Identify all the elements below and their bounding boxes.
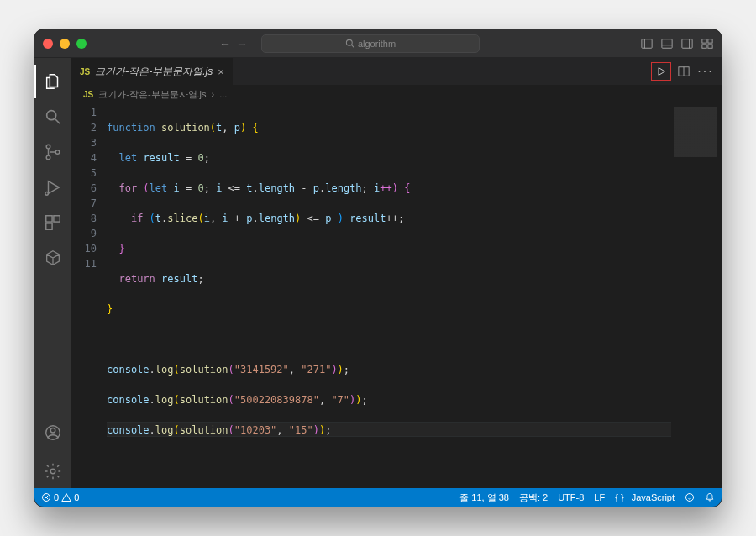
svg-point-23 <box>50 428 55 434</box>
nav-arrows: ← → <box>219 37 248 50</box>
minimize-window-button[interactable] <box>60 39 70 49</box>
nav-forward-button[interactable]: → <box>236 37 248 50</box>
workbench-body: JS 크기가-작은-부분문자열.js × ··· J <box>34 58 722 488</box>
search-activity[interactable] <box>34 100 71 134</box>
layout-customize-icon[interactable] <box>701 38 713 50</box>
command-center-search[interactable]: algorithm <box>261 34 480 53</box>
more-actions-button[interactable]: ··· <box>696 62 715 81</box>
js-file-icon: JS <box>80 67 90 76</box>
minimap[interactable] <box>671 103 722 488</box>
debug-activity[interactable] <box>34 171 71 204</box>
accounts-activity[interactable] <box>34 416 71 449</box>
remote-activity[interactable] <box>34 241 71 275</box>
close-window-button[interactable] <box>43 39 53 49</box>
svg-point-24 <box>50 469 55 474</box>
svg-point-12 <box>46 111 55 120</box>
status-encoding[interactable]: UTF-8 <box>558 492 584 502</box>
search-icon <box>44 108 62 126</box>
code-content[interactable]: function solution(t, p) { let result = 0… <box>107 103 671 488</box>
status-problems[interactable]: 0 0 <box>41 492 79 502</box>
svg-marker-31 <box>62 494 71 502</box>
status-language[interactable]: { } JavaScript <box>615 492 675 502</box>
source-control-icon <box>44 143 62 161</box>
svg-point-0 <box>346 39 352 45</box>
svg-point-16 <box>55 150 60 155</box>
error-icon <box>41 492 51 502</box>
svg-rect-20 <box>53 216 59 222</box>
run-code-button[interactable] <box>651 62 671 81</box>
svg-rect-11 <box>708 44 712 47</box>
editor-main: JS 크기가-작은-부분문자열.js × ··· J <box>71 58 722 488</box>
status-indent[interactable]: 공백: 2 <box>519 491 548 504</box>
window-controls <box>43 39 87 49</box>
svg-line-13 <box>55 119 60 124</box>
line-gutter: 1 2 3 4 5 6 7 8 9 10 11 <box>71 103 107 488</box>
editor-tabs: JS 크기가-작은-부분문자열.js × ··· <box>71 58 722 85</box>
svg-rect-8 <box>702 39 706 42</box>
ellipsis-icon: ··· <box>697 64 713 79</box>
play-icon <box>656 66 666 76</box>
svg-rect-2 <box>642 39 652 48</box>
status-bell[interactable] <box>705 492 715 502</box>
svg-point-15 <box>46 155 50 160</box>
search-placeholder: algorithm <box>358 39 396 49</box>
nav-back-button[interactable]: ← <box>219 37 231 50</box>
editor-tab-actions: ··· <box>651 58 722 85</box>
feedback-icon <box>685 492 695 502</box>
breadcrumb[interactable]: JS 크기가-작은-부분문자열.js › ... <box>71 85 722 103</box>
status-feedback[interactable] <box>685 492 695 502</box>
scm-activity[interactable] <box>34 135 71 169</box>
svg-point-32 <box>686 494 694 502</box>
svg-rect-19 <box>45 216 51 222</box>
split-icon <box>678 66 690 77</box>
bell-icon <box>705 492 715 502</box>
js-file-icon: JS <box>83 90 93 99</box>
gear-icon <box>44 462 62 481</box>
extensions-icon <box>44 213 62 232</box>
svg-marker-17 <box>48 181 59 194</box>
files-icon <box>44 72 62 91</box>
status-cursor[interactable]: 줄 11, 열 38 <box>459 491 509 504</box>
svg-marker-25 <box>659 68 665 76</box>
explorer-activity[interactable] <box>34 65 71 98</box>
run-debug-icon <box>44 178 62 197</box>
layout-panel-left-icon[interactable] <box>641 38 653 50</box>
editor-tab[interactable]: JS 크기가-작은-부분문자열.js × <box>71 58 234 85</box>
status-eol[interactable]: LF <box>594 492 605 502</box>
maximize-window-button[interactable] <box>76 39 87 49</box>
editor[interactable]: 1 2 3 4 5 6 7 8 9 10 11 function solutio… <box>71 103 722 488</box>
svg-rect-4 <box>662 39 672 48</box>
breadcrumb-separator: › <box>212 89 215 99</box>
svg-rect-21 <box>45 223 51 229</box>
account-icon <box>44 423 62 442</box>
titlebar-right <box>641 38 713 50</box>
svg-rect-10 <box>702 44 706 47</box>
layout-panel-right-icon[interactable] <box>681 38 693 50</box>
svg-point-14 <box>46 145 50 149</box>
split-editor-button[interactable] <box>675 62 693 81</box>
close-tab-button[interactable]: × <box>218 66 224 78</box>
svg-rect-9 <box>708 39 712 42</box>
svg-point-18 <box>45 192 48 196</box>
vscode-window: ← → algorithm <box>34 29 722 507</box>
extensions-activity[interactable] <box>34 206 71 239</box>
svg-rect-6 <box>682 39 692 48</box>
activity-bar <box>34 58 71 488</box>
settings-activity[interactable] <box>34 455 71 488</box>
svg-line-1 <box>351 45 354 48</box>
warning-icon <box>61 492 71 502</box>
statusbar: 0 0 줄 11, 열 38 공백: 2 UTF-8 LF { } JavaSc… <box>34 488 722 507</box>
breadcrumb-rest: ... <box>219 89 227 99</box>
tab-filename: 크기가-작은-부분문자열.js <box>95 65 213 79</box>
search-icon <box>345 39 354 48</box>
cube-icon <box>44 249 62 267</box>
breadcrumb-filename: 크기가-작은-부분문자열.js <box>98 88 206 101</box>
minimap-content <box>674 107 717 157</box>
layout-panel-bottom-icon[interactable] <box>661 38 673 50</box>
titlebar: ← → algorithm <box>34 29 722 58</box>
